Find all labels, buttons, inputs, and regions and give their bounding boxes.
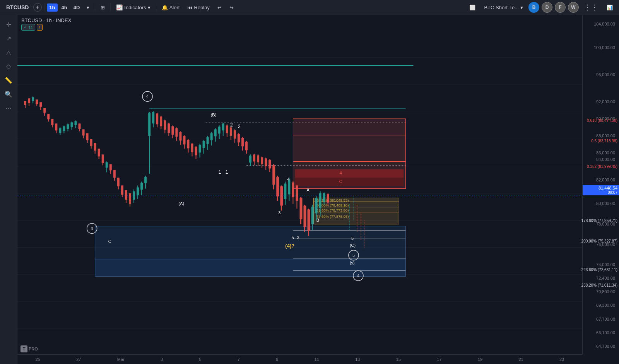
alert-label: Alert [169, 5, 180, 10]
svg-rect-133 [199, 145, 201, 152]
warning-badge[interactable]: ! [37, 24, 43, 31]
avatar-w-letter: W [571, 5, 575, 10]
svg-rect-115 [164, 120, 166, 130]
more-tools[interactable]: ⋯ [2, 102, 15, 114]
avatar-f-letter: F [559, 5, 561, 10]
alert-button[interactable]: 🔔 Alert [159, 3, 183, 12]
time-mar: Mar [117, 357, 125, 362]
time-15: 15 [396, 357, 401, 362]
svg-rect-83 [102, 154, 104, 163]
avatar-d[interactable]: D [542, 2, 552, 13]
svg-rect-91 [117, 178, 120, 186]
svg-rect-129 [191, 144, 193, 152]
svg-rect-109 [152, 112, 154, 123]
ruler-tool[interactable]: 📏 [2, 74, 15, 86]
svg-rect-189 [308, 210, 310, 231]
svg-rect-61 [59, 128, 61, 133]
svg-rect-131 [195, 147, 197, 155]
timeframe-dropdown[interactable]: ▾ [84, 3, 92, 12]
svg-rect-157 [245, 142, 248, 150]
svg-rect-107 [148, 113, 150, 136]
add-symbol-button[interactable]: + [33, 3, 42, 12]
svg-rect-181 [292, 182, 294, 197]
svg-rect-43 [24, 101, 26, 105]
price-88000: 88,000.00 [596, 134, 617, 138]
svg-text:3: 3 [297, 235, 299, 240]
svg-rect-55 [47, 114, 50, 119]
svg-rect-165 [261, 157, 263, 164]
price-70800: 70,800.00 [596, 290, 617, 294]
undo-button[interactable]: ↩ [214, 3, 225, 12]
ext-23820-label: 238.20% (71,011.34) [581, 283, 617, 287]
avatar-f[interactable]: F [555, 2, 566, 13]
price-92000: 92,000.00 [596, 100, 617, 104]
svg-text:C: C [108, 239, 111, 244]
svg-text:4: 4 [287, 177, 289, 182]
chart-title-chevron: ▾ [520, 5, 523, 10]
svg-rect-49 [36, 99, 38, 104]
replay-button[interactable]: ⏮ Replay [184, 3, 212, 12]
svg-rect-105 [144, 177, 147, 183]
shape-tool[interactable]: ◇ [2, 60, 15, 72]
settings-dots[interactable]: ⋮⋮ [581, 2, 601, 13]
indicators-label: Indicators [124, 5, 146, 10]
triangle-tool[interactable]: △ [2, 46, 15, 58]
chart-container[interactable]: BTCUSD · 1h · INDEX ✓ 11 ! [17, 15, 619, 364]
svg-text:4: 4 [340, 171, 342, 175]
svg-rect-77 [90, 139, 92, 146]
price-axis: 104,000.00 100,000.00 96,000.00 92,000.0… [582, 15, 619, 354]
price-82000: 82,000.00 [596, 178, 617, 182]
time-axis: 25 27 Mar 3 5 7 9 11 13 15 17 19 21 23 [17, 354, 582, 364]
time-17: 17 [437, 357, 441, 362]
fib-05-label: 0.5 (83,718.98) [591, 139, 617, 143]
price-67700: 67,700.00 [596, 317, 617, 321]
svg-rect-71 [79, 123, 81, 129]
cursor-tool[interactable]: ✛ [2, 18, 15, 31]
price-84000: 84,000.00 [596, 157, 617, 162]
svg-rect-79 [94, 143, 96, 150]
svg-rect-67 [70, 122, 73, 127]
svg-rect-177 [284, 183, 286, 199]
chart-title-text: BTC Short-Te... [484, 5, 519, 10]
time-3: 3 [161, 357, 163, 362]
time-23: 23 [559, 357, 564, 362]
chart-title-display[interactable]: BTC Short-Te... ▾ [481, 3, 526, 12]
chart-type-button[interactable]: ⊞ [97, 3, 108, 12]
ext-17860-label: 178.60% (77,859.71) [581, 219, 617, 223]
svg-rect-53 [43, 108, 46, 113]
chart-title: BTCUSD · 1h · INDEX [21, 17, 71, 23]
warning-text: ! [39, 25, 40, 30]
svg-rect-155 [241, 138, 244, 146]
chart-settings[interactable]: 📊 [604, 3, 616, 12]
svg-rect-51 [39, 102, 42, 107]
redo-button[interactable]: ↪ [226, 3, 237, 12]
indicators-icon: 📈 [116, 4, 123, 10]
line-tool[interactable]: ↗ [2, 32, 15, 44]
svg-text:2: 2 [238, 124, 241, 129]
svg-rect-183 [296, 186, 298, 201]
svg-rect-75 [86, 133, 89, 140]
symbol-selector[interactable]: BTCUSD [3, 3, 32, 12]
svg-rect-101 [137, 188, 139, 195]
redo-icon: ↪ [229, 5, 234, 10]
timeframe-4h[interactable]: 4h [59, 3, 70, 12]
zoom-tool[interactable]: 🔍 [2, 88, 15, 100]
indicator-count-badge[interactable]: ✓ 11 [21, 24, 35, 31]
timeframe-1h[interactable]: 1h [47, 3, 57, 12]
time-21: 21 [518, 357, 523, 362]
badge-count: 11 [28, 25, 33, 30]
svg-text:(A): (A) [178, 201, 184, 206]
divider-2 [95, 3, 95, 11]
tv-pro-label: PRO [29, 347, 38, 351]
svg-rect-171 [272, 165, 275, 185]
indicators-button[interactable]: 📈 Indicators ▾ [113, 3, 153, 12]
avatar-w[interactable]: W [568, 2, 579, 13]
timeframe-4d[interactable]: 4D [71, 3, 82, 12]
avatar-b[interactable]: B [528, 2, 539, 13]
svg-text:(C): (C) [350, 243, 356, 248]
window-toggle[interactable]: ⬜ [466, 3, 479, 12]
svg-rect-147 [226, 125, 228, 133]
svg-text:4: 4 [146, 94, 149, 99]
price-66100: 66,100.00 [596, 331, 617, 335]
time-27: 27 [76, 357, 81, 362]
